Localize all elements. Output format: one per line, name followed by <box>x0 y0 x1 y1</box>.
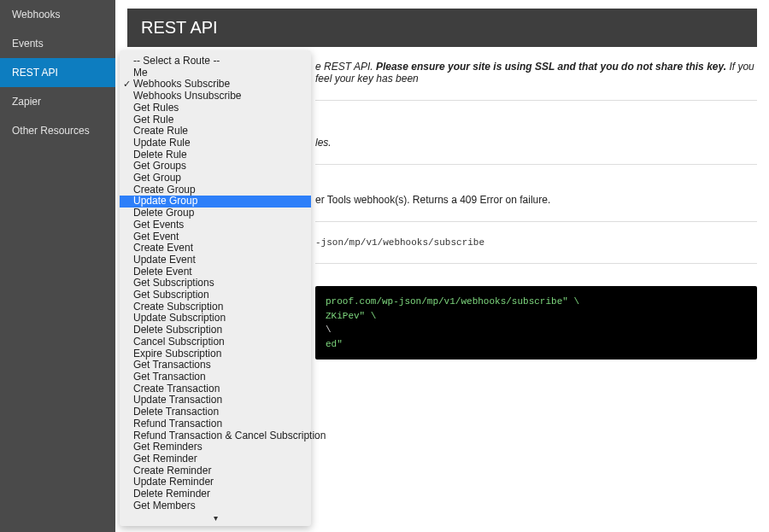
route-option[interactable]: Get Reminder <box>120 453 311 465</box>
sidebar-item-zapier[interactable]: Zapier <box>0 87 115 116</box>
route-option[interactable]: Get Transactions <box>120 360 311 371</box>
subnote: les. <box>315 137 757 149</box>
page-title: REST API <box>127 9 757 47</box>
divider <box>315 221 757 222</box>
route-option[interactable]: Delete Reminder <box>120 488 311 500</box>
section-description: er Tools webhook(s). Returns a 409 Error… <box>315 194 757 206</box>
route-option[interactable]: Webhooks Subscribe <box>120 79 311 91</box>
route-option[interactable]: Refund Transaction <box>120 418 311 430</box>
route-option[interactable]: Update Group <box>120 196 311 208</box>
divider <box>315 164 757 165</box>
sidebar-item-other-resources[interactable]: Other Resources <box>0 116 115 145</box>
sidebar-item-events[interactable]: Events <box>0 29 115 58</box>
route-option[interactable]: Get Group <box>120 172 311 184</box>
route-option[interactable]: -- Select a Route -- <box>120 50 311 67</box>
route-select-dropdown[interactable]: -- Select a Route --MeWebhooks Subscribe… <box>120 50 311 526</box>
divider <box>315 100 757 101</box>
route-option[interactable]: Get Rules <box>120 102 311 114</box>
code-line2: ZKiPev" \ <box>326 311 376 321</box>
route-option[interactable]: Get Subscription <box>120 289 311 301</box>
route-option[interactable]: Delete Transaction <box>120 406 311 418</box>
sidebar-item-rest-api[interactable]: REST API <box>0 58 115 87</box>
route-option[interactable]: Delete Group <box>120 208 311 219</box>
route-option[interactable]: Me <box>120 67 311 79</box>
route-option[interactable]: Get Events <box>120 219 311 231</box>
route-option[interactable]: Get Groups <box>120 161 311 172</box>
route-option[interactable]: Get Reminders <box>120 441 311 453</box>
route-option[interactable]: Update Transaction <box>120 395 311 406</box>
route-option[interactable]: Update Reminder <box>120 476 311 488</box>
route-option[interactable]: Get Subscriptions <box>120 278 311 289</box>
route-option[interactable]: Delete Event <box>120 266 311 278</box>
route-option[interactable]: Delete Rule <box>120 149 311 161</box>
route-option[interactable]: Create Group <box>120 184 311 196</box>
endpoint-path: -json/mp/v1/webhooks/subscribe <box>315 237 757 248</box>
route-option[interactable]: Get Transaction <box>120 371 311 383</box>
route-option[interactable]: Get Members <box>120 500 311 512</box>
divider <box>315 263 757 264</box>
sidebar: Webhooks Events REST API Zapier Other Re… <box>0 0 115 532</box>
route-option[interactable]: Delete Subscription <box>120 324 311 336</box>
route-option[interactable]: Get Rule <box>120 114 311 126</box>
dropdown-scroll-indicator: ▾ <box>120 512 311 526</box>
route-option[interactable]: Create Reminder <box>120 465 311 477</box>
route-option[interactable]: Update Subscription <box>120 313 311 324</box>
warning-bold: Please ensure your site is using SSL and… <box>376 61 726 73</box>
code-line4: ed" <box>326 339 343 349</box>
route-option[interactable]: Update Rule <box>120 137 311 149</box>
code-url: proof.com/wp-json/mp/v1/webhooks/subscri… <box>326 296 579 307</box>
warning-prefix: e REST API. <box>315 61 376 73</box>
route-option[interactable]: Create Rule <box>120 126 311 137</box>
sidebar-item-webhooks[interactable]: Webhooks <box>0 0 115 29</box>
route-option[interactable]: Create Event <box>120 243 311 254</box>
route-option[interactable]: Create Subscription <box>120 301 311 313</box>
route-option[interactable]: Cancel Subscription <box>120 336 311 348</box>
api-key-warning: e REST API. Please ensure your site is u… <box>315 61 757 85</box>
route-option[interactable]: Get Event <box>120 231 311 243</box>
code-line3: \ <box>326 324 332 335</box>
route-option[interactable]: Webhooks Unsubscribe <box>120 91 311 102</box>
route-option[interactable]: Expire Subscription <box>120 348 311 360</box>
code-sample: proof.com/wp-json/mp/v1/webhooks/subscri… <box>315 286 757 360</box>
route-option[interactable]: Update Event <box>120 254 311 266</box>
route-option[interactable]: Create Transaction <box>120 383 311 395</box>
route-option[interactable]: Refund Transaction & Cancel Subscription <box>120 430 311 442</box>
